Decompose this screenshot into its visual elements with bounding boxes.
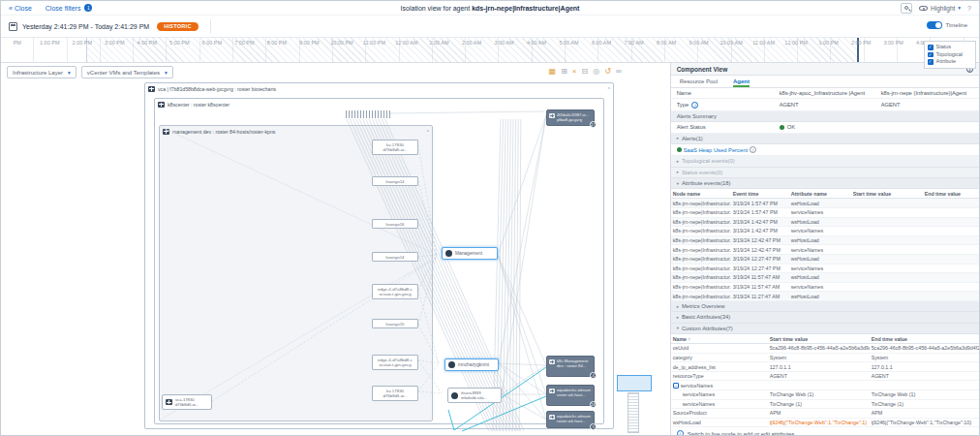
attribute-event-row[interactable]: k8s-jrn-nepe|Infrastructur... 3/19/24 12… — [671, 254, 979, 264]
collapse-icon[interactable]: ⊟ — [582, 67, 589, 77]
layer-dropdown[interactable]: Infrastructure Layer ▾ — [7, 66, 77, 78]
vm-node[interactable]: edge-4-d7a8bd8-c xcvaw-t-jpn-gncg — [372, 284, 418, 299]
calendar-icon[interactable] — [9, 22, 17, 31]
custom-attr-row[interactable]: de_ip_address_list127.0.1.1127.0.1.1 — [671, 362, 979, 372]
vm-node[interactable]: kvango14 — [372, 176, 418, 186]
legend-item[interactable]: ✓ Topological — [928, 51, 972, 59]
col-attribute-name[interactable]: Attribute name — [789, 189, 851, 199]
event-end-value — [923, 254, 979, 264]
custom-attr-row[interactable]: SourceProductAPMAPM — [671, 409, 979, 419]
collapsed-group-node[interactable]: equabricks wknum roster wk host... 18 — [546, 385, 595, 406]
cluster-icon — [549, 113, 555, 118]
attribute-event-row[interactable]: k8s-jrn-nepe|Infrastructur... 3/19/24 1:… — [671, 227, 979, 236]
expand-icon[interactable]: ⊞ — [561, 67, 567, 77]
time-range[interactable]: Yesterday 2:41:29 PM - Today 2:41:29 PM — [22, 23, 149, 30]
checkbox-checked-icon[interactable]: ✓ — [928, 59, 934, 65]
collapsed-group-node[interactable]: 4f2da0c32f87-w... pfbw8-jpcgvrg 17 — [546, 109, 595, 126]
checkbox-checked-icon[interactable]: ✓ — [928, 45, 934, 50]
mnchazygknmi-node[interactable]: mnchazygknmi — [444, 358, 499, 371]
attribute-event-row[interactable]: k8s-jrn-nepe|Infrastructur... 3/19/24 12… — [671, 235, 979, 245]
clear-selection-icon[interactable]: × — [572, 67, 577, 77]
topological-events-section[interactable]: ▸ Topological events(0) — [671, 156, 979, 167]
collapse-chevron-icon[interactable]: ^ — [608, 86, 610, 92]
attribute-event-row[interactable]: k8s-jrn-nepe|Infrastructur... 3/19/24 11… — [671, 273, 979, 283]
alert-info-icon[interactable]: i — [750, 146, 756, 153]
custom-attr-row[interactable]: categorySystemSystem — [671, 353, 979, 362]
topology-canvas[interactable]: vca | f7b81d58b8dca-web-jpcgvrg : roster… — [1, 80, 671, 435]
container-management-dev[interactable]: management dev : roster 84-hosts/roster-… — [159, 125, 433, 421]
legend-item[interactable]: ✓ Attribute — [928, 58, 972, 66]
vm-node[interactable]: kv-17830 d76b8d5-w... — [372, 140, 418, 155]
custom-attributes-section[interactable]: ▾ Custom Attributes(7) — [671, 324, 979, 334]
timeline-axis[interactable]: PM1:00 PM2:00 PM3:00 PM4:00 PM5:00 PM6:0… — [1, 37, 979, 63]
legend-item[interactable]: ✓ Status — [928, 44, 972, 51]
tab-resource-pool[interactable]: Resource Pool — [680, 78, 718, 87]
vm-node[interactable]: kvango15 — [372, 319, 418, 328]
help-icon[interactable]: ? — [967, 5, 971, 12]
collapsed-group-node[interactable]: k8s Management dev : roster 84... 4 — [546, 356, 595, 377]
alerts-summary-band: Alerts Summary — [671, 111, 979, 122]
close-button[interactable]: « Close — [9, 5, 32, 12]
custom-attr-row[interactable]: serviceNamesTixChange Web (1)TixChange W… — [671, 390, 979, 400]
vca-node[interactable]: vca-17830d76b8d5-w... — [162, 394, 212, 410]
timeline-toggle[interactable]: Timeline — [927, 21, 967, 29]
col-name-sort[interactable]: Name ↑ — [671, 334, 768, 344]
focus-icon[interactable]: ◎ — [593, 67, 599, 77]
col-start-value[interactable]: Start time value — [851, 189, 923, 199]
attribute-event-row[interactable]: k8s-jrn-nepe|Infrastructur... 3/19/24 1:… — [671, 207, 979, 217]
collapsed-group-node[interactable]: equabricks wknum roster wk host... 9 — [546, 411, 595, 428]
alert-link[interactable]: SaaS Heap Used Percent — [684, 147, 748, 153]
attribute-event-row[interactable]: k8s-jrn-nepe|Infrastructur... 3/19/24 1:… — [671, 217, 979, 227]
vm-node[interactable]: edge-4-d7a8bd8-c xcvaw-t-jpn-gncg — [372, 355, 418, 370]
node-label: d76b8d5-w... — [374, 393, 416, 398]
tab-agent[interactable]: Agent — [733, 78, 750, 87]
tick-label: 7:00 AM — [618, 40, 651, 46]
group-dropdown[interactable]: vCenter VMs and Templates ▾ — [81, 66, 173, 78]
link-icon[interactable]: ∞ — [616, 67, 622, 77]
event-time: 3/19/24 11:57:47 AM — [731, 282, 789, 292]
attribute-events-section[interactable]: ▾ Attribute events(18) — [671, 178, 979, 189]
col-end-value[interactable]: End time value — [870, 334, 979, 344]
minimap-viewport[interactable] — [617, 375, 652, 391]
attribute-event-row[interactable]: k8s-jrn-nepe|Infrastructur... 3/19/24 11… — [671, 292, 979, 301]
custom-attr-row[interactable]: serviceNamesTixChange (1)TixChange (1) — [671, 399, 979, 409]
attribute-event-row[interactable]: k8s-jrn-nepe|Infrastructur... 3/19/24 12… — [671, 264, 979, 273]
vm-node[interactable]: kv-17830 d76b8d5-w... — [372, 386, 418, 401]
tick-label: 1:00 PM — [34, 40, 67, 46]
tick-label: 10:00 PM — [325, 40, 358, 46]
reset-layout-icon[interactable]: ↺ — [604, 67, 611, 77]
col-start-value[interactable]: Start time value — [768, 334, 870, 344]
vm-node[interactable]: kvango14 — [372, 252, 418, 262]
col-event-time[interactable]: Event time — [731, 189, 789, 199]
col-node-name[interactable]: Node name — [671, 189, 731, 199]
attribute-event-row[interactable]: k8s-jrn-nepe|Infrastructur... 3/19/24 12… — [671, 245, 979, 255]
chart-view-icon[interactable]: ▦ — [549, 67, 557, 77]
custom-attr-row[interactable]: wsHostLoadtj9246j{"TixChange-Web":1,"Tix… — [671, 418, 979, 427]
collapse-chevron-icon[interactable]: ^ — [427, 129, 429, 135]
management-node[interactable]: Management — [442, 247, 498, 260]
node-label: edge-4-d7a8bd8-c — [374, 287, 416, 292]
checkbox-checked-icon[interactable]: ✓ — [928, 52, 934, 58]
collapse-group-icon[interactable]: – — [673, 383, 679, 389]
toggle-switch[interactable] — [927, 21, 942, 29]
ihszru-node[interactable]: ihszru3939mfwksld-rula... — [447, 388, 502, 403]
status-events-section[interactable]: ▸ Status events(0) — [671, 168, 979, 178]
triangle-right-icon: ▸ — [677, 159, 679, 164]
tick-label: 9:00 PM — [293, 40, 326, 46]
node-label: xcvaw-t-jpn-gncg — [374, 292, 416, 296]
close-filters-button[interactable]: Close filters 1 — [46, 4, 93, 12]
custom-attr-row[interactable]: osUuid5ca296-46c8-8b95-c456-44a5-a2e5b6a… — [671, 344, 979, 354]
col-end-value[interactable]: End time value — [923, 189, 979, 199]
tick-label: 10:00 AM — [715, 40, 748, 46]
custom-attr-group-row[interactable]: –serviceNames — [671, 381, 979, 390]
metrics-overview-section[interactable]: ▸ Metrics Overview — [671, 301, 979, 312]
alerts-section[interactable]: ▸ Alerts(1) — [671, 134, 979, 144]
basic-attributes-section[interactable]: ▸ Basic Attributes(34) — [671, 312, 979, 323]
vm-node[interactable]: kvango16 — [372, 219, 418, 229]
custom-attr-row[interactable]: resourceTypeAGENTAGENT — [671, 371, 979, 381]
attribute-event-row[interactable]: k8s-jrn-nepe|Infrastructur... 3/19/24 11… — [671, 282, 979, 292]
type-info-icon[interactable]: i — [691, 102, 698, 109]
search-button[interactable] — [901, 3, 912, 14]
highlight-control[interactable]: Highlight ▾ — [919, 5, 961, 12]
attribute-event-row[interactable]: k8s-jrn-nepe|Infrastructur... 3/19/24 1:… — [671, 199, 979, 208]
